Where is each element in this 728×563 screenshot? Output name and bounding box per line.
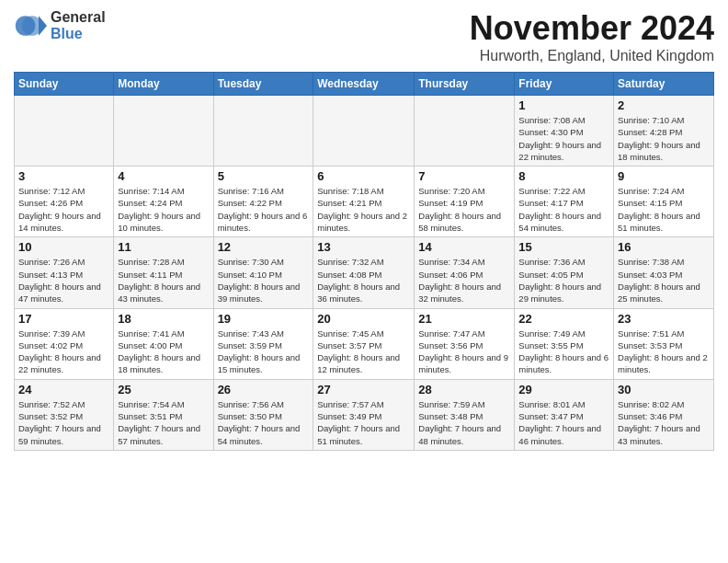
col-friday: Friday — [515, 73, 614, 96]
day-info: Sunrise: 7:43 AM Sunset: 3:59 PM Dayligh… — [218, 327, 310, 376]
col-monday: Monday — [114, 73, 213, 96]
day-info: Sunrise: 7:57 AM Sunset: 3:49 PM Dayligh… — [317, 398, 410, 447]
title-section: November 2024 Hurworth, England, United … — [470, 9, 714, 64]
month-title: November 2024 — [470, 9, 714, 48]
calendar-cell — [313, 96, 415, 167]
day-info: Sunrise: 8:02 AM Sunset: 3:46 PM Dayligh… — [618, 398, 710, 447]
day-number: 18 — [118, 312, 209, 326]
day-info: Sunrise: 7:52 AM Sunset: 3:52 PM Dayligh… — [18, 398, 109, 447]
calendar-table: Sunday Monday Tuesday Wednesday Thursday… — [14, 72, 714, 451]
day-info: Sunrise: 7:45 AM Sunset: 3:57 PM Dayligh… — [317, 327, 410, 376]
day-info: Sunrise: 7:59 AM Sunset: 3:48 PM Dayligh… — [418, 398, 510, 447]
day-number: 20 — [317, 312, 410, 326]
day-number: 7 — [418, 169, 510, 183]
calendar-week-4: 17Sunrise: 7:39 AM Sunset: 4:02 PM Dayli… — [15, 308, 714, 379]
logo-icon — [14, 9, 47, 42]
day-info: Sunrise: 7:49 AM Sunset: 3:55 PM Dayligh… — [518, 327, 609, 376]
calendar-cell: 4Sunrise: 7:14 AM Sunset: 4:24 PM Daylig… — [114, 167, 213, 237]
day-number: 11 — [118, 240, 209, 254]
day-info: Sunrise: 7:54 AM Sunset: 3:51 PM Dayligh… — [118, 398, 209, 447]
calendar-cell: 15Sunrise: 7:36 AM Sunset: 4:05 PM Dayli… — [515, 237, 614, 308]
col-saturday: Saturday — [614, 73, 714, 96]
day-info: Sunrise: 7:38 AM Sunset: 4:03 PM Dayligh… — [618, 256, 710, 304]
day-number: 8 — [518, 169, 609, 183]
calendar-cell: 3Sunrise: 7:12 AM Sunset: 4:26 PM Daylig… — [15, 167, 114, 237]
calendar-cell: 7Sunrise: 7:20 AM Sunset: 4:19 PM Daylig… — [415, 167, 515, 237]
day-number: 25 — [118, 383, 209, 396]
day-info: Sunrise: 7:14 AM Sunset: 4:24 PM Dayligh… — [118, 185, 209, 234]
calendar-cell: 5Sunrise: 7:16 AM Sunset: 4:22 PM Daylig… — [213, 167, 313, 237]
calendar-cell: 27Sunrise: 7:57 AM Sunset: 3:49 PM Dayli… — [313, 379, 415, 450]
logo: General Blue — [14, 9, 106, 42]
calendar-cell: 25Sunrise: 7:54 AM Sunset: 3:51 PM Dayli… — [114, 379, 213, 450]
calendar-cell: 30Sunrise: 8:02 AM Sunset: 3:46 PM Dayli… — [614, 379, 714, 450]
day-info: Sunrise: 7:34 AM Sunset: 4:06 PM Dayligh… — [418, 256, 510, 304]
calendar-cell: 10Sunrise: 7:26 AM Sunset: 4:13 PM Dayli… — [15, 237, 114, 308]
day-number: 1 — [518, 98, 609, 112]
logo-text: General Blue — [51, 9, 106, 41]
calendar-header: Sunday Monday Tuesday Wednesday Thursday… — [15, 73, 714, 96]
svg-marker-2 — [39, 16, 47, 36]
day-number: 14 — [418, 240, 510, 254]
day-info: Sunrise: 7:26 AM Sunset: 4:13 PM Dayligh… — [18, 256, 109, 304]
day-info: Sunrise: 7:30 AM Sunset: 4:10 PM Dayligh… — [218, 256, 310, 304]
day-number: 13 — [317, 240, 410, 254]
calendar-cell: 20Sunrise: 7:45 AM Sunset: 3:57 PM Dayli… — [313, 308, 415, 379]
calendar-cell: 26Sunrise: 7:56 AM Sunset: 3:50 PM Dayli… — [213, 379, 313, 450]
calendar-cell — [15, 96, 114, 167]
day-info: Sunrise: 7:39 AM Sunset: 4:02 PM Dayligh… — [18, 327, 109, 376]
day-info: Sunrise: 7:36 AM Sunset: 4:05 PM Dayligh… — [518, 256, 609, 304]
calendar-body: 1Sunrise: 7:08 AM Sunset: 4:30 PM Daylig… — [15, 96, 714, 451]
calendar-cell: 29Sunrise: 8:01 AM Sunset: 3:47 PM Dayli… — [515, 379, 614, 450]
calendar-cell: 16Sunrise: 7:38 AM Sunset: 4:03 PM Dayli… — [614, 237, 714, 308]
day-number: 5 — [218, 169, 310, 183]
calendar-cell: 24Sunrise: 7:52 AM Sunset: 3:52 PM Dayli… — [15, 379, 114, 450]
calendar-cell: 22Sunrise: 7:49 AM Sunset: 3:55 PM Dayli… — [515, 308, 614, 379]
calendar-cell: 9Sunrise: 7:24 AM Sunset: 4:15 PM Daylig… — [614, 167, 714, 237]
day-number: 26 — [218, 383, 310, 396]
calendar-cell: 18Sunrise: 7:41 AM Sunset: 4:00 PM Dayli… — [114, 308, 213, 379]
logo-blue: Blue — [51, 26, 106, 42]
day-number: 2 — [618, 98, 710, 112]
calendar-cell: 17Sunrise: 7:39 AM Sunset: 4:02 PM Dayli… — [15, 308, 114, 379]
day-info: Sunrise: 7:41 AM Sunset: 4:00 PM Dayligh… — [118, 327, 209, 376]
calendar-cell: 8Sunrise: 7:22 AM Sunset: 4:17 PM Daylig… — [515, 167, 614, 237]
calendar-cell: 28Sunrise: 7:59 AM Sunset: 3:48 PM Dayli… — [415, 379, 515, 450]
day-info: Sunrise: 7:56 AM Sunset: 3:50 PM Dayligh… — [218, 398, 310, 447]
day-number: 29 — [518, 383, 609, 396]
calendar-cell: 1Sunrise: 7:08 AM Sunset: 4:30 PM Daylig… — [515, 96, 614, 167]
header: General Blue November 2024 Hurworth, Eng… — [14, 9, 714, 64]
location: Hurworth, England, United Kingdom — [470, 48, 714, 64]
col-sunday: Sunday — [15, 73, 114, 96]
header-row: Sunday Monday Tuesday Wednesday Thursday… — [15, 73, 714, 96]
day-info: Sunrise: 7:12 AM Sunset: 4:26 PM Dayligh… — [18, 185, 109, 234]
calendar-cell: 11Sunrise: 7:28 AM Sunset: 4:11 PM Dayli… — [114, 237, 213, 308]
day-number: 22 — [518, 312, 609, 326]
logo-general: General — [51, 9, 106, 26]
day-number: 17 — [18, 312, 109, 326]
day-info: Sunrise: 7:20 AM Sunset: 4:19 PM Dayligh… — [418, 185, 510, 234]
col-thursday: Thursday — [415, 73, 515, 96]
calendar-cell: 13Sunrise: 7:32 AM Sunset: 4:08 PM Dayli… — [313, 237, 415, 308]
day-info: Sunrise: 7:24 AM Sunset: 4:15 PM Dayligh… — [618, 185, 710, 234]
day-info: Sunrise: 7:51 AM Sunset: 3:53 PM Dayligh… — [618, 327, 710, 376]
day-number: 23 — [618, 312, 710, 326]
day-number: 16 — [618, 240, 710, 254]
col-tuesday: Tuesday — [213, 73, 313, 96]
calendar-cell: 21Sunrise: 7:47 AM Sunset: 3:56 PM Dayli… — [415, 308, 515, 379]
day-info: Sunrise: 7:16 AM Sunset: 4:22 PM Dayligh… — [218, 185, 310, 234]
day-number: 21 — [418, 312, 510, 326]
day-info: Sunrise: 7:10 AM Sunset: 4:28 PM Dayligh… — [618, 114, 710, 163]
calendar-cell — [114, 96, 213, 167]
day-number: 28 — [418, 383, 510, 396]
calendar-week-3: 10Sunrise: 7:26 AM Sunset: 4:13 PM Dayli… — [15, 237, 714, 308]
calendar-week-1: 1Sunrise: 7:08 AM Sunset: 4:30 PM Daylig… — [15, 96, 714, 167]
calendar-cell: 23Sunrise: 7:51 AM Sunset: 3:53 PM Dayli… — [614, 308, 714, 379]
day-number: 15 — [518, 240, 609, 254]
day-number: 27 — [317, 383, 410, 396]
day-info: Sunrise: 7:18 AM Sunset: 4:21 PM Dayligh… — [317, 185, 410, 234]
calendar-cell: 14Sunrise: 7:34 AM Sunset: 4:06 PM Dayli… — [415, 237, 515, 308]
calendar-cell — [415, 96, 515, 167]
calendar-cell: 2Sunrise: 7:10 AM Sunset: 4:28 PM Daylig… — [614, 96, 714, 167]
day-info: Sunrise: 7:28 AM Sunset: 4:11 PM Dayligh… — [118, 256, 209, 304]
